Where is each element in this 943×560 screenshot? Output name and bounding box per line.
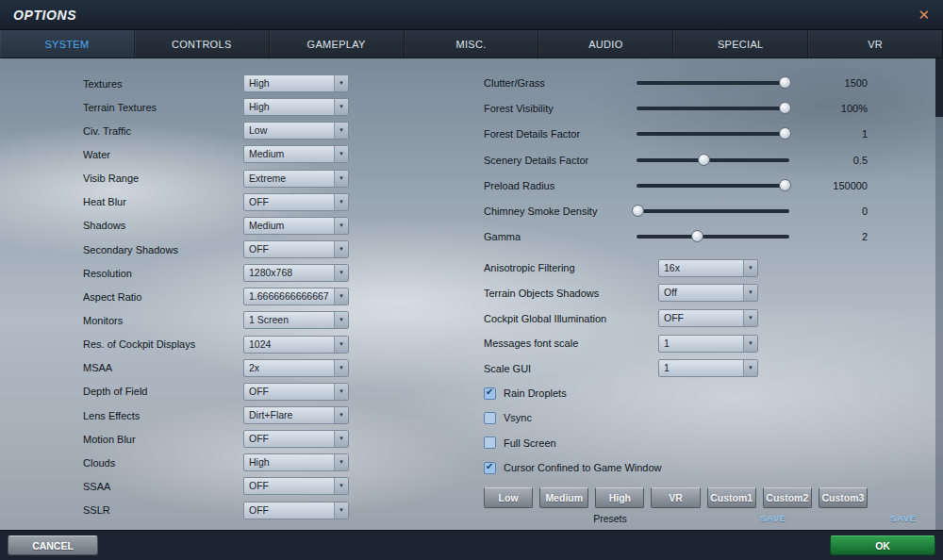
slider-handle[interactable] (779, 102, 791, 114)
option-label: Depth of Field (83, 386, 147, 397)
presets-label: Presets (593, 513, 627, 524)
save-custom3-link[interactable]: SAVE (890, 513, 917, 523)
dropdown-lens-effects[interactable]: Dirt+Flare ▾ (243, 406, 349, 424)
checkbox-rain-droplets[interactable]: ✔ (484, 387, 496, 400)
option-label: SSAA (83, 481, 110, 492)
slider-forest-visibility[interactable] (637, 107, 789, 110)
chevron-down-icon: ▾ (334, 312, 348, 328)
ok-button[interactable]: OK (830, 535, 935, 555)
dropdown-cockpit-global-illumination[interactable]: OFF ▾ (658, 309, 758, 327)
slider-label: Forest Visibility (484, 103, 637, 114)
close-icon[interactable]: ✕ (918, 8, 930, 22)
tab-special[interactable]: SPECIAL (673, 30, 808, 58)
slider-handle[interactable] (691, 230, 703, 242)
option-label: Cockpit Global Illumination (484, 313, 658, 324)
checkbox-row: ✔ Full Screen (484, 431, 868, 455)
dropdown-sslr[interactable]: OFF ▾ (243, 502, 349, 519)
option-row: Terrain Objects Shadows Off ▾ (484, 281, 868, 306)
chevron-down-icon: ▾ (334, 337, 348, 353)
slider-handle[interactable] (632, 205, 644, 217)
option-row: Heat Blur OFF ▾ (83, 190, 349, 214)
preset-vr-button[interactable]: VR (651, 487, 700, 508)
tab-audio[interactable]: AUDIO (538, 30, 673, 58)
tab-system[interactable]: SYSTEM (0, 30, 135, 58)
tab-controls[interactable]: CONTROLS (135, 30, 270, 58)
checkbox-full-screen[interactable]: ✔ (484, 436, 496, 449)
dropdown-terrain-textures[interactable]: High ▾ (243, 98, 349, 116)
title-bar: OPTIONS ✕ (0, 0, 943, 30)
slider-label: Clutter/Grass (484, 77, 637, 89)
dropdown-secondary-shadows[interactable]: OFF ▾ (243, 240, 349, 258)
dropdown-clouds[interactable]: High ▾ (243, 453, 349, 471)
dropdown-resolution[interactable]: 1280x768 ▾ (243, 264, 349, 282)
dropdown-value: Low (244, 123, 334, 139)
slider-row: Forest Visibility 100% (484, 95, 868, 121)
preset-custom1-button[interactable]: Custom1 (707, 487, 756, 508)
option-row: MSAA 2x ▾ (83, 356, 349, 380)
slider-label: Preload Radius (484, 180, 637, 191)
checkbox-vsync[interactable]: ✔ (484, 412, 496, 424)
slider-label: Scenery Details Factor (484, 155, 637, 166)
dropdown-value: OFF (244, 478, 334, 494)
option-row: Depth of Field OFF ▾ (83, 380, 349, 404)
chevron-down-icon: ▾ (334, 146, 348, 162)
dropdown-messages-font-scale[interactable]: 1 ▾ (658, 335, 758, 353)
dropdown-water[interactable]: Medium ▾ (243, 145, 349, 163)
preset-caption-row: Presets SAVE SAVE (484, 513, 868, 526)
slider-label: Chimney Smoke Density (484, 206, 637, 217)
preset-low-button[interactable]: Low (484, 487, 533, 508)
slider-handle[interactable] (779, 179, 791, 191)
preset-custom3-button[interactable]: Custom3 (819, 487, 868, 508)
slider-value: 1 (789, 128, 868, 140)
slider-handle[interactable] (779, 127, 791, 140)
dropdown-motion-blur[interactable]: OFF ▾ (243, 430, 349, 448)
checkbox-cursor-confined[interactable]: ✔ (484, 462, 496, 474)
slider-clutter-grass[interactable] (637, 81, 789, 85)
slider-handle[interactable] (779, 76, 791, 89)
slider-forest-details-factor[interactable] (637, 132, 789, 136)
dropdown-res-cockpit-displays[interactable]: 1024 ▾ (243, 336, 349, 354)
option-row: Water Medium ▾ (83, 142, 349, 166)
chevron-down-icon: ▾ (334, 194, 348, 210)
dropdown-ssaa[interactable]: OFF ▾ (243, 477, 349, 495)
dropdown-scale-gui[interactable]: 1 ▾ (658, 359, 758, 377)
dropdown-visib-range[interactable]: Extreme ▾ (243, 170, 349, 188)
dropdown-anisotropic-filtering[interactable]: 16x ▾ (658, 259, 758, 277)
option-row: Monitors 1 Screen ▾ (83, 308, 349, 332)
slider-scenery-details-factor[interactable] (637, 158, 789, 162)
dropdown-civ-traffic[interactable]: Low ▾ (243, 122, 349, 140)
dropdown-depth-of-field[interactable]: OFF ▾ (243, 383, 349, 401)
dropdown-monitors[interactable]: 1 Screen ▾ (243, 311, 349, 329)
option-label: Resolution (83, 268, 132, 279)
checkbox-label: Rain Droplets (504, 387, 567, 399)
dropdown-heat-blur[interactable]: OFF ▾ (243, 193, 349, 211)
scrollbar-thumb[interactable] (935, 58, 943, 117)
slider-gamma[interactable] (637, 235, 789, 239)
dropdown-textures[interactable]: High ▾ (243, 74, 349, 92)
cancel-button[interactable]: CANCEL (8, 535, 98, 555)
slider-handle[interactable] (698, 154, 710, 166)
check-icon: ✔ (486, 461, 493, 471)
dropdown-shadows[interactable]: Medium ▾ (243, 217, 349, 235)
dropdown-aspect-ratio[interactable]: 1.6666666666667 ▾ (243, 288, 349, 305)
option-row: SSLR OFF ▾ (83, 499, 349, 522)
slider-preload-radius[interactable] (637, 184, 789, 188)
option-label: Terrain Objects Shadows (484, 288, 658, 299)
tab-gameplay[interactable]: GAMEPLAY (270, 30, 405, 58)
preset-medium-button[interactable]: Medium (539, 487, 588, 508)
slider-chimney-smoke-density[interactable] (637, 209, 789, 213)
dropdown-msaa[interactable]: 2x ▾ (243, 359, 349, 377)
save-custom1-link[interactable]: SAVE (760, 513, 786, 523)
scrollbar[interactable] (935, 58, 943, 530)
option-label: Motion Blur (83, 434, 136, 445)
preset-high-button[interactable]: High (595, 487, 644, 508)
chevron-down-icon: ▾ (334, 502, 348, 519)
option-row: Clouds High ▾ (83, 451, 349, 474)
dropdown-value: Medium (244, 218, 334, 234)
options-window: OPTIONS ✕ SYSTEM CONTROLS GAMEPLAY MISC.… (0, 0, 943, 560)
tab-vr[interactable]: VR (808, 30, 943, 58)
tab-misc[interactable]: MISC. (405, 30, 539, 58)
dropdown-value: Dirt+Flare (244, 407, 334, 423)
dropdown-terrain-objects-shadows[interactable]: Off ▾ (658, 284, 758, 302)
preset-custom2-button[interactable]: Custom2 (763, 487, 812, 508)
